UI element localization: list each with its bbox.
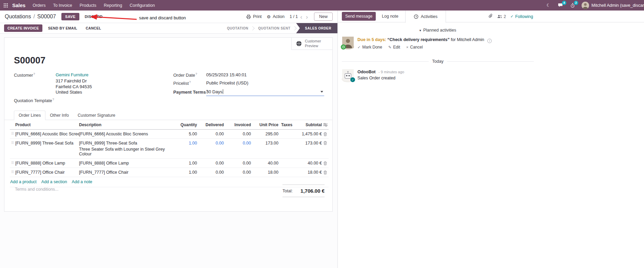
cell-description[interactable]: [FURN_7777] Office Chair bbox=[79, 170, 174, 175]
col-quantity[interactable]: Quantity bbox=[174, 122, 197, 127]
col-taxes[interactable]: Taxes bbox=[278, 122, 288, 127]
delete-row-button[interactable] bbox=[322, 132, 329, 136]
cell-invoiced[interactable]: 0.00 bbox=[224, 132, 251, 136]
cell-invoiced[interactable]: 0.00 bbox=[224, 141, 251, 146]
cell-product[interactable]: [FURN_7777] Office Chair bbox=[15, 170, 79, 175]
tab-order-lines[interactable]: Order Lines bbox=[14, 111, 45, 120]
print-button[interactable]: Print bbox=[246, 14, 262, 19]
col-description[interactable]: Description bbox=[79, 122, 174, 127]
col-invoiced[interactable]: Invoiced bbox=[224, 122, 251, 127]
save-button[interactable]: SAVE bbox=[61, 13, 79, 20]
col-product[interactable]: Product bbox=[15, 122, 79, 127]
cell-description[interactable]: [FURN_8888] Office Lamp bbox=[79, 161, 174, 166]
cell-description[interactable]: [FURN_8999] Three-Seat Sofa Three Seater… bbox=[79, 141, 174, 156]
tab-other-info[interactable]: Other Info bbox=[45, 111, 73, 120]
cell-product[interactable]: [FURN_8999] Three-Seat Sofa bbox=[15, 141, 79, 146]
cell-quantity[interactable]: 1.00 bbox=[174, 161, 197, 166]
breadcrumb-parent[interactable]: Quotations bbox=[5, 14, 31, 20]
cell-delivered[interactable]: 0.00 bbox=[197, 141, 224, 146]
nav-menu-products[interactable]: Products bbox=[76, 0, 100, 11]
dark-mode-toggle[interactable]: ☾ bbox=[543, 0, 554, 11]
create-invoice-button[interactable]: CREATE INVOICE bbox=[4, 24, 42, 32]
followers-button[interactable]: 2 bbox=[497, 14, 506, 19]
delete-row-button[interactable] bbox=[322, 161, 329, 166]
drag-handle-icon[interactable]: ⠿ bbox=[10, 132, 15, 136]
apps-menu-button[interactable] bbox=[0, 0, 12, 11]
delete-row-button[interactable] bbox=[322, 170, 329, 175]
nav-menu-to-invoice[interactable]: To Invoice bbox=[49, 0, 76, 11]
planned-activities-header[interactable]: ▾ Planned activities bbox=[338, 28, 538, 33]
dropdown-caret-icon[interactable] bbox=[320, 91, 323, 93]
cell-quantity[interactable]: 5.00 bbox=[174, 132, 197, 136]
table-row[interactable]: ⠿ [FURN_8999] Three-Seat Sofa [FURN_8999… bbox=[10, 139, 329, 159]
add-section-link[interactable]: Add a section bbox=[41, 179, 67, 184]
cell-delivered[interactable]: 0.00 bbox=[197, 132, 224, 136]
order-date-value[interactable]: 05/25/2023 15:40:01 bbox=[206, 72, 247, 77]
total-label: Total: bbox=[282, 189, 293, 193]
activities-tab[interactable]: Activities bbox=[405, 11, 446, 23]
cancel-activity-button[interactable]: × Cancel bbox=[406, 45, 423, 50]
cell-quantity[interactable]: 1.00 bbox=[174, 141, 197, 146]
user-menu[interactable]: Mitchell Admin (save_discar bbox=[579, 0, 644, 11]
add-note-link[interactable]: Add a note bbox=[72, 179, 92, 184]
cell-product[interactable]: [FURN_8888] Office Lamp bbox=[15, 161, 79, 166]
send-message-button[interactable]: Send message bbox=[342, 12, 376, 21]
pager-prev-icon[interactable]: ‹ bbox=[299, 14, 303, 20]
pricelist-value[interactable]: Public Pricelist (USD) bbox=[206, 80, 248, 85]
delete-row-button[interactable] bbox=[322, 141, 329, 145]
pager-value[interactable]: 1 / 1 bbox=[290, 14, 298, 19]
table-row[interactable]: ⠿ [FURN_6666] Acoustic Bloc Screens [FUR… bbox=[10, 130, 329, 139]
cell-description[interactable]: [FURN_6666] Acoustic Bloc Screens bbox=[79, 132, 174, 136]
cell-invoiced[interactable]: 0.00 bbox=[224, 161, 251, 166]
log-note-button[interactable]: Log note bbox=[382, 14, 398, 19]
activities-button[interactable]: 2 bbox=[567, 0, 579, 11]
col-unit-price[interactable]: Unit Price bbox=[251, 122, 278, 127]
following-button[interactable]: ✓ Following bbox=[510, 14, 533, 19]
attach-files-button[interactable] bbox=[488, 14, 493, 19]
drag-handle-icon[interactable]: ⠿ bbox=[10, 161, 15, 165]
customer-value-link[interactable]: Gemini Furniture bbox=[56, 72, 89, 77]
nav-menu-reporting[interactable]: Reporting bbox=[100, 0, 126, 11]
info-icon[interactable]: i bbox=[487, 39, 492, 43]
pager-next-icon[interactable]: › bbox=[305, 14, 309, 20]
cell-unit-price[interactable]: 40.00 bbox=[251, 161, 278, 166]
action-button[interactable]: ⚙ Action bbox=[267, 14, 285, 19]
message-author[interactable]: OdooBot bbox=[357, 70, 375, 74]
payment-terms-input[interactable]: 30 Days bbox=[206, 88, 324, 96]
nav-menu-orders[interactable]: Orders bbox=[29, 0, 49, 11]
cancel-button[interactable]: CANCEL bbox=[83, 24, 104, 32]
form-view: Customer Preview S00007 Customer? Gemini… bbox=[0, 34, 337, 268]
status-quotation[interactable]: QUOTATION bbox=[223, 23, 252, 33]
optional-columns-button[interactable] bbox=[322, 123, 329, 127]
table-row[interactable]: ⠿ [FURN_8888] Office Lamp [FURN_8888] Of… bbox=[10, 159, 329, 168]
col-delivered[interactable]: Delivered bbox=[197, 122, 224, 127]
table-row[interactable]: ⠿ [FURN_7777] Office Chair [FURN_7777] O… bbox=[10, 168, 329, 177]
send-by-email-button[interactable]: SEND BY EMAIL bbox=[45, 24, 80, 32]
messages-button[interactable]: 4 bbox=[554, 0, 567, 11]
add-product-link[interactable]: Add a product bbox=[10, 179, 37, 184]
nav-menu-configuration[interactable]: Configuration bbox=[126, 0, 158, 11]
status-quotation-sent[interactable]: QUOTATION SENT bbox=[254, 23, 294, 33]
cell-delivered[interactable]: 0.00 bbox=[197, 170, 224, 175]
order-date-label: Order Date? bbox=[173, 72, 197, 78]
drag-handle-icon[interactable]: ⠿ bbox=[10, 170, 15, 174]
tab-customer-signature[interactable]: Customer Signature bbox=[73, 111, 120, 120]
mark-done-button[interactable]: ✓ Mark Done bbox=[357, 45, 382, 50]
print-label: Print bbox=[253, 14, 262, 19]
col-subtotal[interactable]: Subtotal bbox=[288, 122, 322, 127]
terms-placeholder[interactable]: Terms and conditions... bbox=[15, 187, 59, 192]
cell-product[interactable]: [FURN_6666] Acoustic Bloc Screens bbox=[15, 132, 79, 136]
cell-delivered[interactable]: 0.00 bbox=[197, 161, 224, 166]
cell-invoiced[interactable]: 0.00 bbox=[224, 170, 251, 175]
cell-unit-price[interactable]: 18.00 bbox=[251, 170, 278, 175]
cell-quantity[interactable]: 1.00 bbox=[174, 170, 197, 175]
cell-unit-price[interactable]: 295.00 bbox=[251, 132, 278, 136]
activity-summary: “Check delivery requirements” bbox=[387, 37, 449, 42]
status-sales-order[interactable]: SALES ORDER bbox=[296, 23, 337, 33]
customer-preview-button[interactable]: Customer Preview bbox=[291, 38, 332, 50]
new-button[interactable]: New bbox=[314, 13, 333, 21]
edit-activity-button[interactable]: ✎ Edit bbox=[388, 45, 400, 50]
app-name[interactable]: Sales bbox=[12, 2, 25, 8]
drag-handle-icon[interactable]: ⠿ bbox=[10, 141, 15, 145]
cell-unit-price[interactable]: 173.00 bbox=[251, 141, 278, 146]
